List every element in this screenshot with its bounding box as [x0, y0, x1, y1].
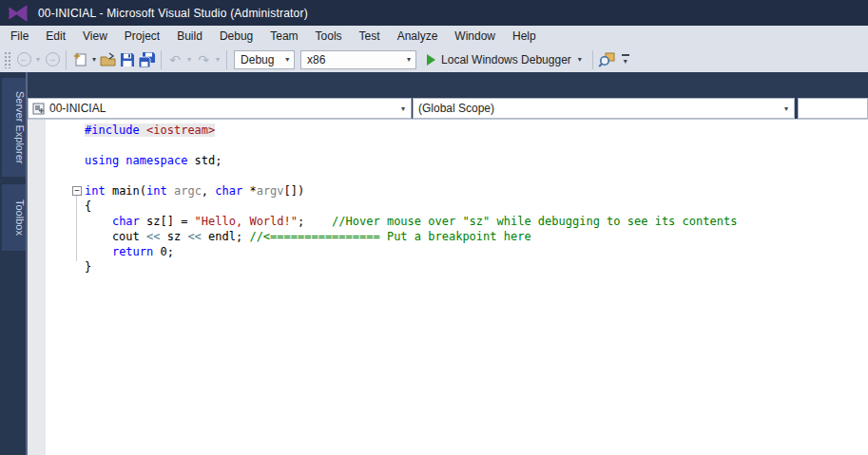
- new-project-dropdown[interactable]: ▾: [89, 55, 99, 64]
- undo-button[interactable]: ↶: [165, 49, 184, 70]
- code-editor[interactable]: #include <iostream>using namespace std;−…: [28, 119, 868, 455]
- open-file-icon: [100, 52, 117, 67]
- chevron-down-icon: ▾: [395, 104, 411, 113]
- code-line[interactable]: [28, 138, 868, 153]
- menu-item-view[interactable]: View: [74, 27, 116, 46]
- code-line-text: char sz[] = "Hello, World!"; //Hover mou…: [85, 215, 737, 228]
- chevron-down-icon: ▾: [624, 57, 627, 66]
- save-button[interactable]: [118, 49, 137, 70]
- navigate-back-button[interactable]: ←: [14, 49, 33, 70]
- toolbar-overflow-button[interactable]: ▾: [618, 49, 633, 70]
- code-line-text: }: [85, 260, 91, 274]
- toolbar-drag-handle[interactable]: [4, 51, 10, 68]
- code-line-text: cout << sz << endl; //<================ …: [85, 230, 531, 243]
- start-debugging-dropdown[interactable]: ▾: [575, 55, 585, 64]
- toolbar-separator: [226, 50, 227, 69]
- save-icon: [120, 52, 135, 67]
- code-line-text: using namespace std;: [85, 154, 222, 167]
- code-line-text: {: [85, 199, 91, 213]
- window-title: 00-INICIAL - Microsoft Visual Studio (Ad…: [38, 7, 308, 20]
- code-line[interactable]: −int main(int argc, char *argv[]): [28, 183, 868, 199]
- code-line[interactable]: {: [28, 199, 868, 214]
- start-debugging-button[interactable]: Local Windows Debugger ▾: [423, 49, 588, 70]
- code-line[interactable]: return 0;: [28, 244, 868, 259]
- main-region: Server Explorer Toolbox 00-INICIAL ▾ (Gl…: [0, 72, 868, 455]
- menu-item-debug[interactable]: Debug: [211, 27, 261, 46]
- title-bar: 00-INICIAL - Microsoft Visual Studio (Ad…: [0, 0, 868, 26]
- menu-item-analyze[interactable]: Analyze: [389, 27, 447, 46]
- toolbar-separator: [161, 50, 162, 69]
- code-line[interactable]: cout << sz << endl; //<================ …: [28, 229, 868, 244]
- overflow-bar-icon: [622, 54, 629, 56]
- menu-item-team[interactable]: Team: [261, 27, 306, 46]
- visual-studio-logo-icon: [8, 5, 29, 22]
- menu-item-file[interactable]: File: [2, 27, 37, 46]
- save-all-icon: [138, 52, 156, 67]
- solution-platform-value: x86: [301, 53, 401, 66]
- chevron-down-icon: ▾: [401, 55, 415, 64]
- code-line[interactable]: using namespace std;: [28, 153, 868, 168]
- redo-button[interactable]: ↷: [194, 49, 213, 70]
- redo-dropdown[interactable]: ▾: [213, 55, 222, 64]
- type-scope-value: (Global Scope): [414, 102, 779, 115]
- menu-item-test[interactable]: Test: [351, 27, 389, 46]
- solution-configuration-dropdown[interactable]: Debug ▾: [234, 50, 295, 69]
- navigate-back-dropdown[interactable]: ▾: [33, 55, 43, 64]
- find-in-files-icon: [598, 52, 615, 67]
- project-scope-value: 00-INICIAL: [45, 102, 395, 115]
- code-line-text: #include <iostream>: [85, 123, 215, 137]
- left-tool-strip: Server Explorer Toolbox: [0, 72, 28, 455]
- standard-toolbar: ← ▾ → ▾ ↶ ▾: [0, 47, 868, 72]
- open-file-button[interactable]: [99, 49, 118, 70]
- menu-item-window[interactable]: Window: [446, 27, 504, 46]
- project-scope-dropdown[interactable]: 00-INICIAL ▾: [28, 98, 412, 119]
- navigate-forward-button[interactable]: →: [43, 49, 62, 70]
- type-scope-dropdown[interactable]: (Global Scope) ▾: [413, 98, 795, 119]
- collapse-toggle-icon[interactable]: −: [72, 186, 82, 196]
- menu-item-tools[interactable]: Tools: [307, 27, 351, 46]
- toolbar-separator: [66, 50, 67, 69]
- new-project-button[interactable]: [70, 49, 89, 70]
- member-scope-dropdown[interactable]: [798, 98, 868, 119]
- code-line-text: int main(int argc, char *argv[]): [85, 184, 304, 198]
- toolbar-separator: [592, 50, 593, 69]
- code-line[interactable]: }: [28, 259, 868, 275]
- cpp-project-icon: [32, 103, 45, 115]
- menu-item-build[interactable]: Build: [168, 27, 211, 46]
- editor-navigation-bar: 00-INICIAL ▾ (Global Scope) ▾: [28, 98, 868, 119]
- menu-item-help[interactable]: Help: [504, 27, 545, 46]
- sidebar-tab-toolbox[interactable]: Toolbox: [2, 184, 26, 251]
- new-project-icon: [72, 51, 88, 67]
- menu-item-project[interactable]: Project: [116, 27, 168, 46]
- solution-platform-dropdown[interactable]: x86 ▾: [300, 50, 416, 69]
- undo-icon: ↶: [169, 53, 181, 66]
- sidebar-tab-server-explorer[interactable]: Server Explorer: [2, 78, 26, 177]
- code-line[interactable]: [28, 168, 868, 183]
- solution-configuration-value: Debug: [235, 53, 280, 66]
- menu-item-edit[interactable]: Edit: [37, 27, 74, 46]
- chevron-down-icon: ▾: [280, 55, 294, 64]
- code-line[interactable]: #include <iostream>: [28, 123, 868, 138]
- code-line-text: return 0;: [85, 245, 174, 258]
- navigate-back-icon: ←: [17, 52, 31, 66]
- navigate-forward-icon: →: [46, 52, 60, 66]
- save-all-button[interactable]: [137, 49, 157, 70]
- redo-icon: ↷: [198, 53, 209, 66]
- find-in-files-button[interactable]: [597, 49, 616, 70]
- chevron-down-icon: ▾: [779, 104, 794, 113]
- code-area[interactable]: #include <iostream>using namespace std;−…: [28, 120, 868, 455]
- undo-dropdown[interactable]: ▾: [184, 55, 194, 64]
- menu-bar: File Edit View Project Build Debug Team …: [0, 26, 868, 47]
- start-debugging-label: Local Windows Debugger: [441, 53, 571, 66]
- code-line[interactable]: char sz[] = "Hello, World!"; //Hover mou…: [28, 214, 868, 229]
- play-icon: [427, 54, 435, 66]
